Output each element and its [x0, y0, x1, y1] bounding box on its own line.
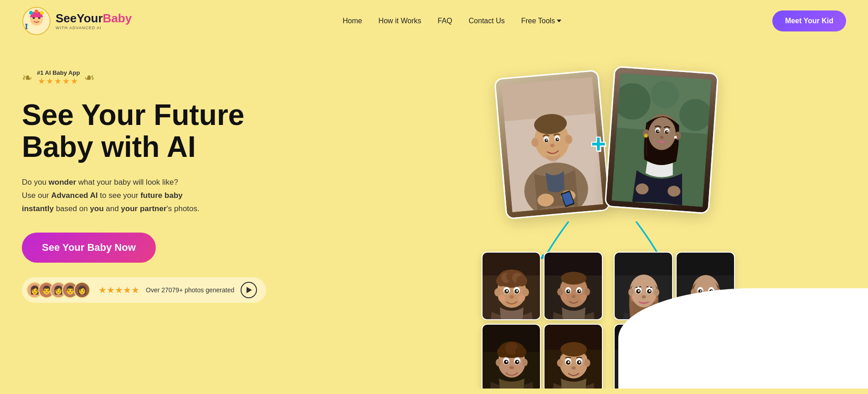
- baby-grid-left: [482, 252, 602, 389]
- nav-links: Home How it Works FAQ Contact Us Free To…: [343, 17, 561, 25]
- play-icon: [247, 287, 252, 293]
- avatar-group: 👩 👨 👩 👨 👩: [26, 282, 86, 298]
- female-parent-image: [606, 67, 718, 213]
- svg-point-36: [644, 134, 648, 138]
- nav-link-contact[interactable]: Contact Us: [469, 17, 505, 25]
- desc-wonder: wonder: [49, 178, 76, 187]
- svg-point-84: [580, 295, 586, 301]
- proof-stars: ★★★★★: [98, 285, 139, 296]
- desc-part7: and: [104, 204, 121, 213]
- svg-point-92: [496, 359, 501, 366]
- award-badge: ❧ #1 AI Baby App ★★★★★ ❧: [22, 69, 277, 86]
- nav-item-how-it-works[interactable]: How it Works: [379, 17, 421, 25]
- plus-sign: +: [591, 131, 606, 156]
- logo-baby: Baby: [103, 11, 132, 25]
- svg-line-8: [26, 25, 27, 25]
- white-curve-decoration: [618, 288, 868, 389]
- logo-see: See: [56, 11, 77, 25]
- nav-link-how-it-works[interactable]: How it Works: [379, 17, 421, 25]
- hero-section: ❧ #1 AI Baby App ★★★★★ ❧ See Your Future…: [0, 42, 868, 389]
- svg-point-66: [516, 290, 518, 292]
- desc-part1: Do you: [22, 178, 49, 187]
- desc-part6: based on: [54, 204, 90, 213]
- nav-link-free-tools[interactable]: Free Tools: [521, 17, 555, 25]
- svg-point-82: [572, 295, 576, 298]
- baby-photo-2: [544, 252, 603, 320]
- logo[interactable]: SeeYourBaby WITH ADVANCED AI: [22, 6, 132, 36]
- svg-point-100: [509, 366, 514, 369]
- svg-line-9: [26, 28, 27, 28]
- svg-point-124: [638, 290, 640, 292]
- svg-point-98: [506, 361, 508, 363]
- nav-link-home[interactable]: Home: [343, 17, 362, 25]
- svg-point-67: [509, 295, 514, 299]
- desc-future-baby: future baby: [140, 191, 183, 200]
- svg-point-69: [518, 295, 525, 302]
- award-text: #1 AI Baby App ★★★★★: [37, 69, 80, 86]
- nav-item-home[interactable]: Home: [343, 17, 362, 25]
- hero-heading-line2: Baby with AI: [22, 130, 196, 163]
- svg-point-68: [498, 295, 505, 302]
- logo-text: SeeYourBaby WITH ADVANCED AI: [56, 12, 132, 31]
- nav-item-contact[interactable]: Contact Us: [469, 17, 505, 25]
- meet-your-kid-button[interactable]: Meet Your Kid: [772, 10, 846, 31]
- svg-point-91: [515, 347, 526, 358]
- desc-part2: what your baby will look like?: [76, 178, 178, 187]
- logo-icon: [22, 6, 51, 36]
- desc-part8: 's photos.: [167, 204, 200, 213]
- svg-point-65: [506, 290, 508, 292]
- svg-point-113: [572, 367, 576, 370]
- svg-point-139: [700, 290, 702, 292]
- svg-point-106: [585, 359, 591, 367]
- svg-point-111: [568, 361, 570, 363]
- chevron-down-icon: [557, 20, 561, 22]
- nav-link-faq[interactable]: FAQ: [438, 17, 452, 25]
- svg-point-125: [649, 290, 651, 292]
- svg-point-80: [568, 290, 570, 292]
- nav-item-free-tools[interactable]: Free Tools: [521, 17, 561, 25]
- parent-female-card: [604, 66, 719, 214]
- svg-point-93: [522, 359, 528, 366]
- laurel-right-icon: ❧: [84, 70, 95, 85]
- hero-right: +: [473, 60, 846, 389]
- proof-text: Over 27079+ photos generated: [146, 286, 234, 294]
- svg-point-58: [516, 275, 527, 286]
- svg-point-99: [517, 361, 519, 363]
- baby-photo-3: [482, 324, 541, 389]
- svg-point-74: [557, 288, 563, 296]
- navbar: SeeYourBaby WITH ADVANCED AI Home How it…: [0, 0, 868, 42]
- svg-point-5: [40, 11, 44, 15]
- desc-your-partner: your partner: [121, 204, 166, 213]
- desc-part3: Use our: [22, 191, 51, 200]
- desc-advanced-ai: Advanced AI: [51, 191, 98, 200]
- award-label: #1 AI Baby App: [37, 69, 80, 76]
- baby-photo-4: [544, 324, 603, 389]
- nav-item-faq[interactable]: FAQ: [438, 17, 452, 25]
- svg-point-104: [560, 342, 587, 357]
- svg-point-128: [650, 295, 657, 302]
- hero-heading: See Your Future Baby with AI: [22, 99, 277, 163]
- baby-photo-1: [482, 252, 541, 320]
- hero-description: Do you wonder what your baby will look l…: [22, 176, 277, 216]
- svg-point-105: [557, 359, 563, 367]
- svg-point-83: [561, 295, 567, 301]
- desc-you: you: [90, 204, 103, 213]
- hero-left: ❧ #1 AI Baby App ★★★★★ ❧ See Your Future…: [22, 60, 277, 303]
- svg-point-75: [585, 288, 590, 296]
- social-proof: 👩 👨 👩 👨 👩 ★★★★★ Over 27079+ photos gener…: [22, 277, 266, 303]
- desc-part4: to see your: [98, 191, 141, 200]
- logo-subtitle: WITH ADVANCED AI: [56, 26, 132, 30]
- hero-heading-line1: See Your Future: [22, 98, 244, 131]
- svg-point-127: [630, 295, 637, 302]
- award-stars: ★★★★★: [38, 76, 79, 86]
- svg-point-6: [35, 10, 38, 13]
- svg-point-126: [642, 296, 646, 299]
- desc-instantly: instantly: [22, 204, 54, 213]
- svg-point-112: [579, 361, 580, 363]
- avatar: 👩: [74, 282, 90, 298]
- see-your-baby-button[interactable]: See Your Baby Now: [22, 233, 156, 263]
- logo-your: Your: [77, 11, 103, 25]
- play-button[interactable]: [241, 282, 257, 298]
- laurel-left-icon: ❧: [22, 70, 32, 85]
- svg-point-81: [579, 290, 580, 292]
